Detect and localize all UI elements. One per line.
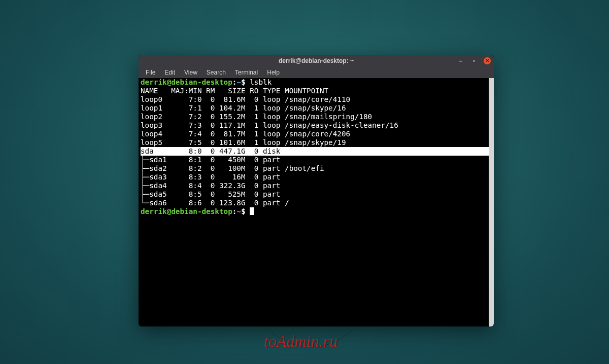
- menu-edit[interactable]: Edit: [160, 68, 179, 77]
- menubar: File Edit View Search Terminal Help: [139, 67, 494, 78]
- menu-search[interactable]: Search: [202, 68, 230, 77]
- window-controls: – ▫ ✕: [457, 55, 491, 67]
- window-title: derrik@debian-desktop: ~: [279, 57, 354, 64]
- minimize-button[interactable]: –: [457, 57, 464, 64]
- terminal-body[interactable]: derrik@debian-desktop:~$ lsblkNAME MAJ:M…: [139, 78, 494, 326]
- window-titlebar[interactable]: derrik@debian-desktop: ~ – ▫ ✕: [139, 55, 494, 67]
- terminal-cursor: [250, 207, 254, 215]
- maximize-button[interactable]: ▫: [470, 57, 478, 64]
- menu-terminal[interactable]: Terminal: [231, 68, 262, 77]
- menu-view[interactable]: View: [180, 68, 201, 77]
- menu-file[interactable]: File: [142, 68, 159, 77]
- terminal-scrollbar[interactable]: [489, 78, 494, 326]
- close-button[interactable]: ✕: [484, 57, 491, 64]
- terminal-output[interactable]: derrik@debian-desktop:~$ lsblkNAME MAJ:M…: [139, 78, 494, 216]
- terminal-window: derrik@debian-desktop: ~ – ▫ ✕ File Edit…: [139, 55, 494, 326]
- menu-help[interactable]: Help: [263, 68, 284, 77]
- watermark-text: toAdmin.ru: [264, 332, 337, 351]
